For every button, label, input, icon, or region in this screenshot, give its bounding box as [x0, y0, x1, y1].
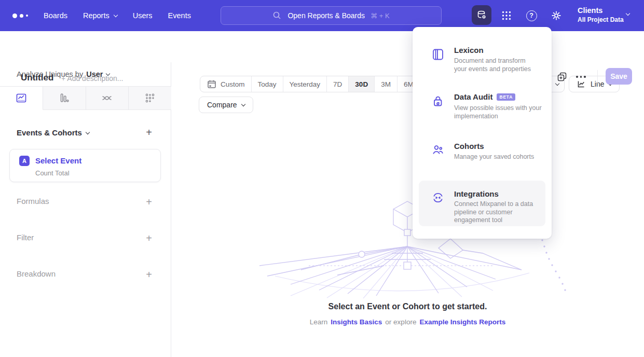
copy-plus-icon: [556, 71, 568, 83]
menu-item-title: Integrations: [454, 189, 499, 198]
nav-item-users[interactable]: Users: [133, 11, 153, 20]
date-range-label: Custom: [221, 80, 245, 88]
menu-item-title: Cohorts: [454, 142, 484, 150]
compare-label: Compare: [207, 101, 237, 109]
integrations-sync-icon: [431, 191, 445, 204]
insights-basics-link[interactable]: Insights Basics: [331, 318, 382, 326]
date-range-yesterday[interactable]: Yesterday: [283, 76, 327, 92]
data-management-menu: Lexicon Document and transform your even…: [413, 27, 552, 239]
lexicon-book-icon: [431, 48, 445, 61]
ellipsis-icon: [584, 76, 586, 78]
date-range-3m[interactable]: 3M: [374, 76, 397, 92]
date-range-30d-selected[interactable]: 30D: [348, 76, 374, 92]
mixpanel-logo[interactable]: [12, 0, 28, 31]
date-range-label: 6M: [404, 80, 414, 88]
empty-state-prefix: Learn: [310, 318, 328, 326]
menu-item-description: Connect Mixpanel to a data pipeline or c…: [454, 200, 543, 225]
tab-insights-line[interactable]: [0, 87, 43, 110]
apps-grid-button[interactable]: [497, 6, 516, 25]
flow-chart-icon: [101, 92, 113, 104]
help-button[interactable]: ?: [522, 6, 541, 25]
date-range-label: Yesterday: [290, 80, 321, 88]
chevron-down-icon: [626, 11, 630, 16]
events-cohorts-label: Events & Cohorts: [17, 128, 82, 137]
menu-item-cohorts[interactable]: Cohorts: [454, 142, 484, 150]
breakdown-label: Breakdown: [17, 269, 56, 278]
settings-button[interactable]: [547, 6, 566, 25]
tab-metric-chart[interactable]: [129, 87, 171, 110]
metric-dots-icon: [144, 92, 156, 104]
question-mark-icon: ?: [526, 10, 537, 21]
select-event-card[interactable]: A Select Event Count Total: [9, 149, 161, 182]
project-selector[interactable]: Clients All Project Data: [578, 6, 624, 24]
gear-icon: [551, 10, 562, 21]
add-filter-button[interactable]: +: [144, 233, 154, 243]
grid-dots-icon: [501, 10, 512, 21]
select-event-label[interactable]: Select Event: [35, 156, 81, 165]
search-shortcut: ⌘ + K: [371, 12, 390, 20]
menu-item-lexicon[interactable]: Lexicon: [454, 46, 484, 54]
data-management-button[interactable]: [472, 5, 491, 25]
ellipsis-icon: [580, 76, 582, 78]
menu-item-description: Document and transform your events and p…: [454, 57, 536, 73]
filter-label: Filter: [17, 233, 34, 242]
beta-badge: BETA: [497, 93, 515, 101]
global-search-input[interactable]: Open Reports & Boards ⌘ + K: [221, 6, 442, 25]
line-chart-icon: [577, 79, 586, 89]
search-placeholder: Open Reports & Boards: [287, 11, 365, 20]
nav-label: Events: [168, 11, 191, 20]
count-total-label[interactable]: Count Total: [35, 169, 70, 177]
compare-dropdown[interactable]: Compare: [199, 97, 253, 113]
project-scope: All Project Data: [578, 16, 624, 24]
nav-label: Reports: [83, 11, 109, 20]
top-navbar: Boards Reports Users Events Open Reports…: [0, 0, 644, 31]
query-builder-sidebar: Analyze Uniques by User Events & Cohorts…: [0, 62, 171, 357]
menu-item-integrations[interactable]: Integrations: [454, 189, 499, 198]
save-button[interactable]: Save: [606, 68, 632, 85]
nav-links: Boards Reports Users Events: [44, 0, 191, 31]
nav-item-events[interactable]: Events: [168, 11, 191, 20]
nav-label: Users: [133, 11, 153, 20]
add-description-field[interactable]: + Add description...: [61, 74, 123, 83]
insights-chart-icon: [15, 92, 28, 104]
date-range-label: 7D: [333, 80, 342, 88]
search-icon: [272, 11, 282, 20]
event-letter-badge: A: [19, 156, 30, 166]
more-options-button[interactable]: [576, 76, 586, 78]
report-title[interactable]: Untitled: [21, 73, 53, 83]
add-event-button[interactable]: +: [144, 127, 154, 138]
data-audit-lock-icon: [431, 94, 445, 108]
empty-state-middle: or explore: [385, 318, 416, 326]
cohorts-users-icon: [431, 143, 445, 156]
add-breakdown-button[interactable]: +: [144, 269, 154, 280]
menu-item-data-audit[interactable]: Data AuditBETA: [454, 92, 515, 101]
date-range-custom[interactable]: Custom: [200, 76, 251, 92]
empty-state-headline: Select an Event or Cohort to get started…: [171, 302, 644, 311]
tab-flow-chart[interactable]: [86, 87, 129, 110]
chart-type-tabs: [0, 86, 171, 110]
tab-bar-chart[interactable]: [43, 87, 86, 110]
add-formula-button[interactable]: +: [144, 197, 154, 207]
date-range-label: Today: [258, 80, 277, 88]
menu-item-description: Manage your saved cohorts: [454, 153, 553, 161]
menu-item-title: Data Audit: [454, 92, 492, 101]
example-reports-link[interactable]: Example Insights Reports: [419, 318, 505, 326]
events-cohorts-header[interactable]: Events & Cohorts: [17, 128, 89, 137]
database-gear-icon: [476, 9, 487, 21]
date-range-today[interactable]: Today: [251, 76, 283, 92]
date-range-label: 30D: [355, 80, 368, 88]
chevron-down-icon: [86, 130, 90, 134]
toolbar-divider: [597, 70, 598, 84]
nav-item-boards[interactable]: Boards: [44, 11, 67, 20]
formulas-label: Formulas: [17, 197, 49, 205]
menu-item-description: View possible issues with your implement…: [454, 104, 553, 120]
date-range-control: Custom Today Yesterday 7D 30D 3M 6M: [200, 76, 420, 92]
empty-state-subline: LearnInsights Basicsor exploreExample In…: [171, 318, 644, 326]
nav-item-reports[interactable]: Reports: [83, 11, 117, 20]
menu-item-title: Lexicon: [454, 46, 484, 54]
date-range-label: 3M: [381, 80, 391, 88]
calendar-icon: [207, 79, 217, 89]
chevron-down-icon: [113, 13, 117, 17]
duplicate-report-button[interactable]: [556, 71, 568, 83]
date-range-7d[interactable]: 7D: [326, 76, 348, 92]
